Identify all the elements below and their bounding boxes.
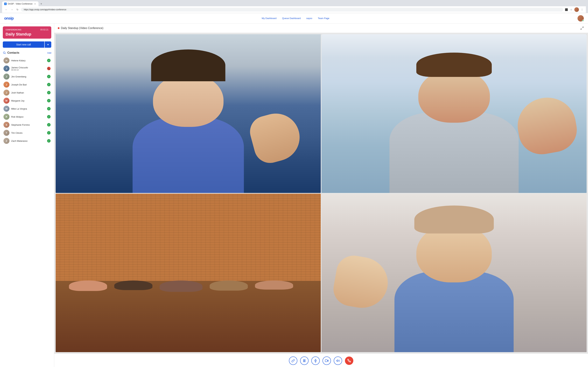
svg-marker-9 [327, 360, 328, 361]
online-indicator [582, 20, 584, 22]
tab-bar: D OnSIP - Video Conference ✕ + [2, 1, 586, 6]
contact-info: Rob Wolpov [11, 116, 45, 118]
contact-item[interactable]: R Rob Wolpov ✓ [3, 113, 51, 121]
contact-item[interactable]: J James Criscuolo 00:00:10 📞 [3, 65, 51, 73]
contact-avatar: T [3, 130, 9, 136]
contact-item[interactable]: H Helene Kidary ✓ [3, 57, 51, 65]
conferencing-timer: 00:02:21 [40, 28, 49, 31]
bookmark-icon[interactable]: ☆ [570, 8, 573, 11]
contact-info: Joseph De Bari [11, 83, 45, 86]
contact-list: H Helene Kidary ✓ J James Criscuolo 00:0… [3, 57, 51, 145]
sayso-link[interactable]: sayso [306, 17, 312, 20]
pause-button[interactable] [300, 357, 309, 365]
nav-links: My Dashboard Queue Dashboard sayso Team … [262, 17, 329, 20]
add-contact-link[interactable]: Add [47, 51, 51, 54]
logo-text: onsip [4, 16, 14, 20]
contact-avatar: S [3, 122, 9, 128]
queue-dashboard-link[interactable]: Queue Dashboard [282, 17, 301, 20]
address-input[interactable] [21, 8, 563, 12]
contact-avatar: Z [3, 138, 9, 144]
contact-item[interactable]: J Josh Nathan ✓ [3, 89, 51, 97]
contact-status-badge: ✓ [47, 115, 51, 118]
top-nav: onsip My Dashboard Queue Dashboard sayso… [0, 13, 588, 24]
svg-line-2 [582, 27, 583, 28]
svg-marker-11 [337, 360, 338, 362]
my-dashboard-link[interactable]: My Dashboard [262, 17, 277, 20]
contact-avatar: H [3, 58, 9, 63]
contact-name: Jim Greenberg [11, 75, 45, 78]
end-call-button[interactable] [345, 357, 353, 365]
contact-item[interactable]: S Stephanie Fornino ✓ [3, 121, 51, 129]
main-content: Daily Standup (Video Conference) [54, 24, 588, 367]
logo: onsip [4, 16, 14, 21]
browser-icons: ⬛ ☆ ⋮ [564, 7, 584, 12]
contact-avatar: J [3, 66, 9, 71]
contact-status-badge: ✓ [47, 83, 51, 86]
active-tab[interactable]: D OnSIP - Video Conference ✕ [2, 1, 38, 6]
svg-point-0 [3, 52, 5, 54]
contact-info: Zach Matarasso [11, 140, 45, 142]
contact-status-text: 00:00:10 [11, 69, 45, 71]
svg-line-1 [5, 53, 5, 54]
contact-avatar: M [3, 98, 9, 104]
control-bar [54, 354, 588, 367]
contacts-title: Contacts [7, 51, 19, 54]
chrome-user-avatar[interactable] [574, 7, 579, 12]
contact-name: Joseph De Bari [11, 83, 45, 86]
start-call-dropdown-button[interactable]: ▼ [45, 42, 51, 48]
contact-item[interactable]: M Margaret Joy ✓ [3, 97, 51, 105]
refresh-button[interactable]: ↻ [15, 8, 20, 12]
contact-name: Mike La Vorgna [11, 108, 45, 110]
link-button[interactable] [289, 357, 297, 365]
contact-status-badge: ✓ [47, 131, 51, 134]
menu-icon[interactable]: ⋮ [580, 8, 584, 11]
contact-info: James Criscuolo 00:00:10 [11, 66, 45, 71]
tab-close-button[interactable]: ✕ [34, 2, 36, 5]
forward-button[interactable]: → [10, 8, 14, 12]
contact-status-badge: ✓ [47, 91, 51, 94]
contact-info: Tim Cleves [11, 132, 45, 134]
team-page-link[interactable]: Team Page [318, 17, 329, 20]
contact-status-badge: ✓ [47, 75, 51, 78]
video-header: Daily Standup (Video Conference) [54, 24, 588, 33]
contact-status-badge: ✓ [47, 139, 51, 143]
video-cell-1 [56, 34, 321, 193]
address-bar-row: ← → ↻ ⬛ ☆ ⋮ [2, 6, 586, 13]
contact-avatar: J [3, 74, 9, 80]
contact-item[interactable]: J Joseph De Bari ✓ [3, 81, 51, 89]
contact-name: Stephanie Fornino [11, 124, 45, 126]
fullscreen-button[interactable] [579, 26, 585, 31]
contact-item[interactable]: M Mike La Vorgna ✓ [3, 105, 51, 113]
svg-rect-6 [315, 359, 316, 361]
contact-name: Josh Nathan [11, 92, 45, 94]
start-call-button[interactable]: Start new call [3, 42, 44, 48]
app-container: onsip My Dashboard Queue Dashboard sayso… [0, 13, 588, 367]
volume-button[interactable] [334, 357, 342, 365]
recording-dot [58, 27, 60, 29]
contact-item[interactable]: Z Zach Matarasso ✓ [3, 137, 51, 145]
video-cell-3 [56, 194, 321, 352]
nav-right [578, 15, 584, 22]
microphone-button[interactable] [311, 357, 320, 365]
contact-status-badge: ✓ [47, 59, 51, 62]
contact-name: Margaret Joy [11, 100, 45, 102]
conferencing-title: Daily Standup [6, 32, 49, 36]
new-tab-button[interactable]: + [39, 2, 43, 6]
contact-item[interactable]: T Tim Cleves ✓ [3, 129, 51, 137]
browser-chrome: D OnSIP - Video Conference ✕ + ← → ↻ ⬛ ☆… [0, 0, 588, 13]
cast-icon[interactable]: ⬛ [564, 8, 568, 11]
contact-avatar: M [3, 106, 9, 112]
start-call-row: Start new call ▼ [3, 42, 51, 48]
contact-name: Zach Matarasso [11, 140, 45, 142]
tab-title: OnSIP - Video Conference [8, 3, 33, 5]
contact-info: Jim Greenberg [11, 75, 45, 78]
video-grid [54, 33, 588, 354]
contacts-header: Contacts Add [3, 51, 51, 54]
contact-status-badge: 📞 [47, 67, 51, 70]
contact-item[interactable]: J Jim Greenberg ✓ [3, 73, 51, 81]
conferencing-card: CONFERENCING 00:02:21 Daily Standup [3, 26, 51, 39]
sidebar: CONFERENCING 00:02:21 Daily Standup Star… [0, 24, 54, 367]
contact-status-badge: ✓ [47, 99, 51, 102]
back-button[interactable]: ← [4, 8, 9, 12]
camera-button[interactable] [322, 357, 331, 365]
